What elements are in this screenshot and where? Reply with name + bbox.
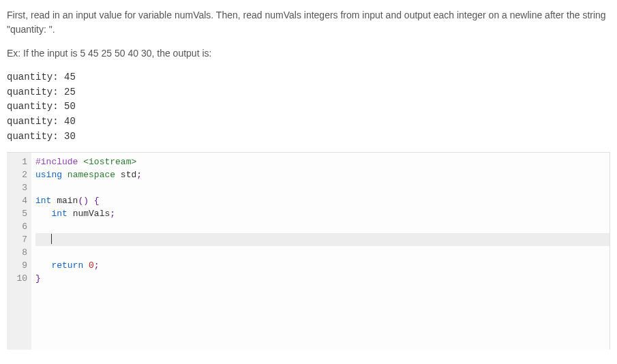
- code-line[interactable]: [35, 246, 610, 259]
- text-cursor: [51, 234, 52, 244]
- example-intro: Ex: If the input is 5 45 25 50 40 30, th…: [7, 46, 610, 61]
- example-output: quantity: 45 quantity: 25 quantity: 50 q…: [7, 70, 610, 144]
- line-number: 2: [7, 168, 27, 181]
- line-number: 9: [7, 259, 27, 272]
- line-number: 1: [7, 155, 27, 168]
- line-number-gutter: 12345678910: [7, 153, 31, 350]
- code-line[interactable]: [35, 220, 610, 233]
- code-line[interactable]: int numVals;: [35, 207, 610, 220]
- line-number: 6: [7, 220, 27, 233]
- problem-instructions: First, read in an input value for variab…: [7, 8, 610, 37]
- line-number: 3: [7, 181, 27, 194]
- code-line[interactable]: }: [35, 272, 610, 285]
- line-number: 4: [7, 194, 27, 207]
- line-number: 5: [7, 207, 27, 220]
- code-line[interactable]: [35, 181, 610, 194]
- code-line[interactable]: using namespace std;: [35, 168, 610, 181]
- line-number: 10: [7, 272, 27, 285]
- code-line[interactable]: [35, 233, 610, 246]
- code-editor[interactable]: 12345678910 #include <iostream>using nam…: [7, 152, 610, 350]
- line-number: 8: [7, 246, 27, 259]
- code-line[interactable]: #include <iostream>: [35, 155, 610, 168]
- line-number: 7: [7, 233, 27, 246]
- code-line[interactable]: return 0;: [35, 259, 610, 272]
- code-line[interactable]: int main() {: [35, 194, 610, 207]
- code-area[interactable]: #include <iostream>using namespace std;i…: [31, 153, 610, 350]
